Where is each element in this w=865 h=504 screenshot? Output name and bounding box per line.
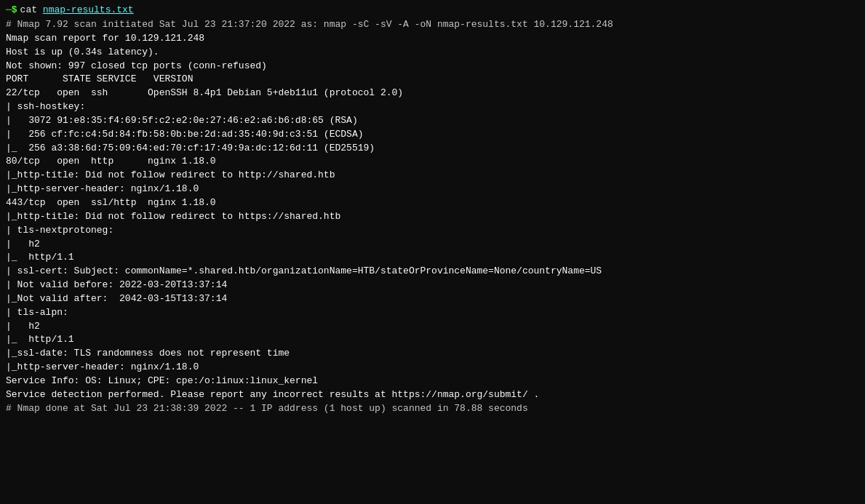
terminal-line: |_ssl-date: TLS randomness does not repr… (6, 347, 859, 361)
terminal-line: | h2 (6, 320, 859, 334)
prompt-line: ─$ cat nmap-results.txt (0, 0, 865, 18)
terminal-line: | tls-alpn: (6, 306, 859, 320)
terminal-line: |_http-server-header: nginx/1.18.0 (6, 361, 859, 375)
terminal-line: |_ http/1.1 (6, 333, 859, 347)
terminal-line: # Nmap 7.92 scan initiated Sat Jul 23 21… (6, 18, 859, 32)
terminal-line: | 256 cf:fc:c4:5d:84:fb:58:0b:be:2d:ad:3… (6, 128, 859, 142)
terminal-line: | 3072 91:e8:35:f4:69:5f:c2:e2:0e:27:46:… (6, 114, 859, 128)
terminal-line: Host is up (0.34s latency). (6, 46, 859, 60)
prompt-command: cat (20, 4, 43, 15)
terminal-line: PORT STATE SERVICE VERSION (6, 73, 859, 87)
terminal-line: |_http-title: Did not follow redirect to… (6, 210, 859, 224)
terminal-line: | ssl-cert: Subject: commonName=*.shared… (6, 265, 859, 279)
terminal-line: | ssh-hostkey: (6, 100, 859, 114)
terminal-body: # Nmap 7.92 scan initiated Sat Jul 23 21… (0, 18, 865, 504)
terminal-line: | h2 (6, 238, 859, 252)
terminal-line: Nmap scan report for 10.129.121.248 (6, 32, 859, 46)
terminal-line: |_http-server-header: nginx/1.18.0 (6, 183, 859, 196)
terminal-line: 80/tcp open http nginx 1.18.0 (6, 155, 859, 169)
terminal-line: |_Not valid after: 2042-03-15T13:37:14 (6, 292, 859, 306)
prompt-filename[interactable]: nmap-results.txt (43, 4, 134, 15)
terminal-line: 22/tcp open ssh OpenSSH 8.4p1 Debian 5+d… (6, 87, 859, 100)
terminal-line: |_http-title: Did not follow redirect to… (6, 169, 859, 183)
terminal-window: ─$ cat nmap-results.txt # Nmap 7.92 scan… (0, 0, 865, 504)
terminal-line: |_ http/1.1 (6, 251, 859, 265)
terminal-line: | Not valid before: 2022-03-20T13:37:14 (6, 279, 859, 292)
terminal-line: |_ 256 a3:38:6d:75:09:64:ed:70:cf:17:49:… (6, 142, 859, 156)
prompt-symbol: ─$ (6, 4, 17, 15)
terminal-line: Service Info: OS: Linux; CPE: cpe:/o:lin… (6, 375, 859, 388)
terminal-line: Service detection performed. Please repo… (6, 388, 859, 402)
terminal-line: | tls-nextprotoneg: (6, 224, 859, 238)
terminal-line: # Nmap done at Sat Jul 23 21:38:39 2022 … (6, 402, 859, 416)
terminal-line: 443/tcp open ssl/http nginx 1.18.0 (6, 196, 859, 210)
terminal-line: Not shown: 997 closed tcp ports (conn-re… (6, 60, 859, 73)
